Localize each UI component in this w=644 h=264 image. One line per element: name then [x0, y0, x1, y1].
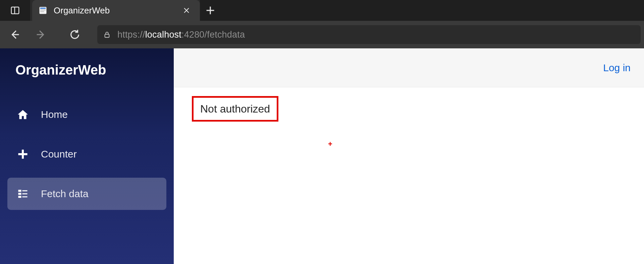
svg-rect-3 [40, 8, 46, 9]
lock-icon [103, 30, 111, 39]
list-icon [16, 187, 30, 201]
browser-tab-active[interactable]: OrganizerWeb [32, 0, 200, 21]
red-plus-marker: + [328, 140, 332, 148]
url-path: /fetchdata [205, 30, 245, 40]
favicon-icon [38, 6, 48, 15]
login-link[interactable]: Log in [603, 62, 631, 74]
svg-rect-5 [40, 11, 44, 12]
content: Not authorized + [174, 87, 644, 264]
not-authorized-message: Not authorized [192, 96, 278, 122]
home-icon [16, 108, 30, 121]
sidebar-item-label: Home [41, 109, 68, 120]
svg-rect-17 [18, 193, 21, 195]
url-text: https://localhost:4280/fetchdata [117, 30, 245, 40]
svg-rect-15 [18, 190, 21, 192]
browser-chrome: OrganizerWeb https://localhost:4280/fet [0, 0, 644, 48]
svg-rect-20 [22, 196, 28, 197]
sidebar-item-label: Counter [41, 148, 77, 160]
tab-strip-fill [221, 0, 644, 21]
sidebar-item-counter[interactable]: Counter [7, 138, 166, 170]
browser-toolbar: https://localhost:4280/fetchdata [0, 21, 644, 48]
tab-title: OrganizerWeb [54, 5, 176, 16]
sidebar: OrganizerWeb Home Counter Fetch data [0, 48, 174, 264]
address-bar[interactable]: https://localhost:4280/fetchdata [97, 25, 641, 44]
tab-close-button[interactable] [182, 6, 191, 15]
plus-icon [16, 147, 30, 161]
new-tab-button[interactable] [200, 0, 221, 21]
svg-rect-12 [105, 34, 109, 37]
svg-rect-16 [22, 190, 28, 191]
forward-button[interactable] [29, 25, 52, 44]
app-root: OrganizerWeb Home Counter Fetch data [0, 48, 644, 264]
svg-rect-4 [40, 10, 46, 10]
sidebar-item-label: Fetch data [41, 188, 89, 200]
url-host: localhost [145, 30, 181, 40]
back-button[interactable] [3, 25, 27, 44]
topbar: Log in [174, 48, 644, 87]
window-panel-icon[interactable] [0, 0, 30, 21]
svg-rect-19 [18, 196, 21, 198]
sidebar-item-fetch-data[interactable]: Fetch data [7, 178, 166, 210]
tab-strip: OrganizerWeb [0, 0, 644, 21]
url-scheme: https:// [117, 30, 145, 40]
svg-rect-14 [18, 153, 28, 155]
brand-title[interactable]: OrganizerWeb [0, 56, 174, 94]
main-area: Log in Not authorized + [174, 48, 644, 264]
url-port: :4280 [181, 30, 205, 40]
svg-rect-18 [22, 193, 28, 194]
sidebar-nav: Home Counter Fetch data [0, 94, 174, 210]
sidebar-item-home[interactable]: Home [7, 98, 166, 131]
refresh-button[interactable] [63, 25, 87, 44]
